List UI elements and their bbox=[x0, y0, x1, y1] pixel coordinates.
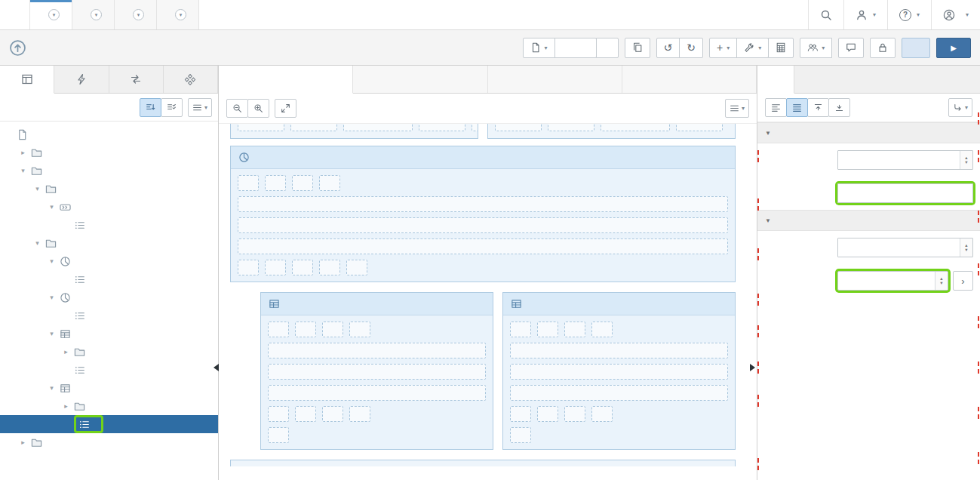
redo-button[interactable]: ↻ bbox=[679, 38, 703, 58]
spinner-icon[interactable]: ▴▾ bbox=[935, 272, 948, 290]
tree-toggle-icon[interactable]: ▾ bbox=[48, 203, 56, 211]
grid-position-copy[interactable] bbox=[510, 322, 531, 337]
tree-item-attributes[interactable] bbox=[0, 270, 218, 288]
grid-position-change[interactable] bbox=[319, 260, 340, 275]
top-tab-sql-workshop[interactable]: ▾ bbox=[72, 0, 114, 29]
tree-item-columns[interactable]: ▸ bbox=[0, 397, 218, 415]
comments-button[interactable] bbox=[838, 38, 864, 58]
zoom-in-button[interactable] bbox=[247, 99, 269, 118]
save-button[interactable] bbox=[902, 38, 930, 58]
tree-item-summary[interactable]: ▾ bbox=[0, 252, 218, 270]
page-selector-button[interactable]: ▾ bbox=[523, 38, 555, 58]
rendering-menu-button[interactable]: ▾ bbox=[188, 98, 212, 117]
grid-position-sub-regions[interactable] bbox=[510, 385, 728, 401]
grid-position-delete[interactable] bbox=[564, 406, 585, 422]
tree-toggle-icon[interactable]: ▸ bbox=[62, 348, 70, 355]
tree-toggle-icon[interactable]: ▾ bbox=[33, 185, 41, 192]
center-tab-help[interactable] bbox=[622, 66, 757, 93]
grid-position-region-content[interactable] bbox=[510, 364, 728, 380]
section-header-appearance[interactable]: ▼ bbox=[757, 210, 980, 231]
tree-item-content-body[interactable]: ▾ bbox=[0, 234, 218, 252]
chevron-down-circle-icon[interactable]: ▾ bbox=[91, 9, 102, 20]
show-common-attributes-button[interactable] bbox=[786, 98, 808, 117]
go-to-template-button[interactable]: › bbox=[953, 271, 973, 291]
tab-attributes[interactable] bbox=[757, 66, 794, 94]
grid-position-help[interactable] bbox=[295, 406, 316, 422]
grid-position-create[interactable] bbox=[346, 260, 367, 275]
utilities-menu-button[interactable]: ▾ bbox=[736, 38, 769, 58]
collapse-right-panel-handle[interactable] bbox=[750, 364, 755, 371]
spinner-icon[interactable]: ▴▾ bbox=[960, 151, 972, 169]
grid-position-next[interactable] bbox=[319, 175, 340, 191]
grid-position-close[interactable] bbox=[238, 260, 259, 275]
tree-item-attributes[interactable] bbox=[0, 216, 218, 234]
top-tab-packaged-apps[interactable]: ▾ bbox=[156, 0, 199, 29]
grid-position-region-content[interactable] bbox=[268, 364, 486, 380]
region-header[interactable] bbox=[261, 293, 493, 315]
grid-position-previous[interactable] bbox=[292, 175, 313, 191]
grid-position-create[interactable] bbox=[268, 427, 289, 443]
section-header-layout[interactable]: ▼ bbox=[757, 122, 980, 143]
sort-by-processing-order-button[interactable] bbox=[140, 98, 161, 117]
tree-item-attributes[interactable] bbox=[0, 361, 218, 379]
show-all-attributes-button[interactable] bbox=[765, 98, 787, 117]
chevron-down-circle-icon[interactable]: ▾ bbox=[133, 9, 144, 20]
grid-position-sub-regions[interactable] bbox=[238, 238, 728, 254]
tree-toggle-icon[interactable]: ▾ bbox=[48, 257, 56, 265]
tree-item-attributes[interactable] bbox=[0, 306, 218, 325]
shared-components-button[interactable] bbox=[768, 38, 794, 58]
tree-item-columns[interactable]: ▸ bbox=[0, 343, 218, 361]
tab-processing[interactable] bbox=[109, 66, 164, 93]
expand-all-button[interactable] bbox=[828, 98, 850, 117]
tab-page-shared-components[interactable] bbox=[164, 66, 218, 93]
tree-toggle-icon[interactable]: ▾ bbox=[48, 294, 56, 301]
center-tab-messages[interactable] bbox=[353, 66, 487, 93]
top-tab-application-builder[interactable]: ▾ bbox=[29, 0, 72, 29]
copy-page-button[interactable] bbox=[625, 38, 650, 58]
undo-button[interactable]: ↺ bbox=[656, 38, 680, 58]
tree-toggle-icon[interactable]: ▾ bbox=[19, 167, 27, 174]
tree-item-project-tasks[interactable]: ▾ bbox=[0, 288, 218, 306]
grid-position-delete[interactable] bbox=[292, 260, 313, 275]
grid-position-copy[interactable] bbox=[268, 322, 289, 337]
tree-item-page-1-home[interactable] bbox=[0, 125, 218, 143]
select-template[interactable]: ▴▾ bbox=[837, 271, 948, 291]
tree-item-my-outstanding-tasks[interactable]: ▾ bbox=[0, 325, 218, 343]
grid-position-previous[interactable] bbox=[564, 322, 585, 337]
tree-item-breadcrumb-bar[interactable]: ▾ bbox=[0, 180, 218, 198]
grid-position-create[interactable] bbox=[510, 427, 531, 443]
sort-by-component-type-button[interactable] bbox=[161, 98, 183, 117]
grid-position-edit[interactable] bbox=[265, 175, 286, 191]
chevron-down-circle-icon[interactable]: ▾ bbox=[48, 9, 60, 20]
grid-position-copy[interactable] bbox=[238, 175, 259, 191]
go-to-application-icon[interactable] bbox=[9, 39, 26, 57]
collapse-left-panel-handle[interactable] bbox=[214, 364, 219, 371]
tree-item-attributes[interactable] bbox=[0, 415, 218, 433]
page-number-input[interactable] bbox=[555, 38, 597, 58]
tree-item-breadcrumbs[interactable]: ▾ bbox=[0, 198, 218, 216]
grid-position-close[interactable] bbox=[268, 406, 289, 422]
tree-toggle-icon[interactable]: ▾ bbox=[48, 384, 56, 392]
grid-position-previous[interactable] bbox=[322, 322, 343, 337]
chevron-down-circle-icon[interactable]: ▾ bbox=[175, 9, 186, 20]
grid-position-edit[interactable] bbox=[295, 322, 316, 337]
tree-toggle-icon[interactable]: ▸ bbox=[19, 149, 27, 156]
select-number-of-rows-type[interactable]: ▴▾ bbox=[837, 150, 973, 170]
grid-display-menu-button[interactable]: ▾ bbox=[725, 99, 749, 118]
tree-item-recent-projects[interactable]: ▾ bbox=[0, 379, 218, 397]
input-number-of-rows[interactable] bbox=[837, 183, 973, 203]
create-menu-button[interactable]: +▾ bbox=[709, 38, 737, 58]
grid-position-edit[interactable] bbox=[537, 322, 558, 337]
go-to-group-button[interactable]: ▾ bbox=[948, 98, 972, 117]
center-tab-grid-layout[interactable] bbox=[219, 66, 353, 94]
run-button[interactable]: ▶ bbox=[936, 38, 971, 58]
search-button[interactable] bbox=[808, 0, 843, 29]
center-tab-page-search[interactable] bbox=[488, 66, 622, 93]
help-menu[interactable]: ? ▾ bbox=[887, 0, 931, 29]
region-header[interactable] bbox=[503, 293, 735, 315]
tree-toggle-icon[interactable]: ▸ bbox=[19, 438, 27, 446]
grid-position-sub-regions[interactable] bbox=[268, 385, 486, 401]
grid-position-help[interactable] bbox=[265, 260, 286, 275]
grid-position-items[interactable] bbox=[510, 343, 728, 358]
grid-position-change[interactable] bbox=[349, 406, 370, 422]
